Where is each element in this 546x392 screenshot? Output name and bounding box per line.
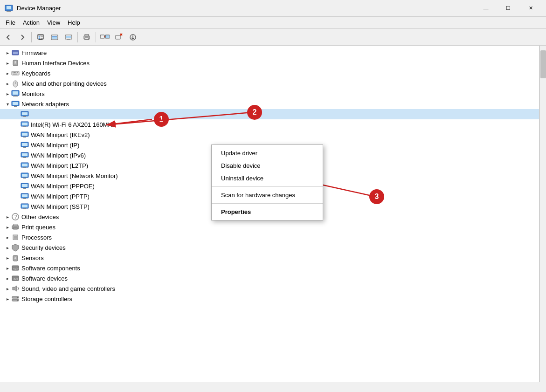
expander-security[interactable]: ▸	[4, 244, 11, 251]
icon-other: ?	[11, 213, 20, 221]
expander-wan-ikev2[interactable]	[13, 131, 21, 138]
svg-point-96	[17, 297, 18, 298]
icon-keyboards	[11, 69, 20, 77]
expander-processors[interactable]: ▸	[4, 234, 11, 241]
expander-software-devices[interactable]: ▸	[4, 275, 11, 282]
tree-item-wan-ikev2[interactable]: WAN Miniport (IKEv2)	[0, 130, 539, 140]
expander-keyboards[interactable]: ▸	[4, 69, 11, 77]
svg-rect-60	[22, 143, 28, 146]
expander-wan-l2tp[interactable]	[13, 162, 21, 169]
download-toolbar-button[interactable]	[126, 31, 139, 44]
expander-network-blank[interactable]	[13, 110, 21, 118]
icon-sound	[11, 284, 20, 293]
title-bar: Device Manager — ☐ ✕	[0, 0, 546, 17]
tree-item-wifi[interactable]: Intel(R) Wi-Fi 6 AX201 160MHz	[0, 119, 539, 130]
expander-software-components[interactable]: ▸	[4, 264, 11, 272]
expander-wan-pppoe[interactable]	[13, 182, 21, 190]
svg-rect-13	[52, 36, 57, 37]
ctx-item-scan-hardware[interactable]: Scan for hardware changes	[212, 189, 323, 201]
label-software-devices: Software devices	[21, 275, 68, 282]
ctx-sep-2	[212, 186, 323, 187]
tree-item-network-blank[interactable]	[0, 109, 539, 119]
icon-security	[11, 243, 20, 252]
minimize-button[interactable]: —	[475, 1, 497, 15]
expander-wan-sstp[interactable]	[13, 203, 21, 210]
tree-item-monitors[interactable]: ▸Monitors	[0, 89, 539, 99]
svg-rect-76	[23, 198, 26, 199]
scrollbar[interactable]	[539, 46, 546, 382]
expander-storage[interactable]: ▸	[4, 295, 11, 303]
menu-action[interactable]: Action	[19, 18, 43, 27]
expander-sound[interactable]: ▸	[4, 285, 11, 292]
expander-wan-pptp[interactable]	[13, 193, 21, 200]
tree-item-firmware[interactable]: ▸Firmware	[0, 48, 539, 58]
svg-rect-54	[22, 123, 28, 125]
tree-item-processors[interactable]: ▸Processors	[0, 232, 539, 242]
label-wan-l2tp: WAN Miniport (L2TP)	[31, 162, 88, 169]
svg-rect-37	[14, 72, 15, 73]
toolbar-sep-3	[96, 32, 96, 42]
back-button[interactable]	[2, 31, 15, 44]
tree-item-sound[interactable]: ▸Sound, video and game controllers	[0, 283, 539, 294]
close-button[interactable]: ✕	[520, 1, 541, 15]
ctx-item-properties[interactable]: Properties	[212, 206, 323, 218]
expander-print[interactable]: ▸	[4, 223, 11, 231]
expander-wifi[interactable]	[13, 121, 21, 128]
device-manager-toolbar-button[interactable]	[62, 31, 75, 44]
menu-file[interactable]: File	[2, 18, 19, 27]
scrollbar-thumb[interactable]	[540, 50, 546, 78]
label-wan-pppoe: WAN Miniport (PPPOE)	[31, 183, 95, 190]
tree-item-storage[interactable]: ▸Storage controllers	[0, 294, 539, 304]
ctx-item-uninstall-device[interactable]: Uninstall device	[212, 172, 323, 185]
label-storage: Storage controllers	[21, 296, 72, 303]
expander-monitors[interactable]: ▸	[4, 90, 11, 97]
ctx-item-disable-device[interactable]: Disable device	[212, 159, 323, 172]
forward-button[interactable]	[16, 31, 29, 44]
svg-rect-57	[22, 133, 28, 136]
print-toolbar-button[interactable]	[80, 31, 93, 44]
maximize-button[interactable]: ☐	[498, 1, 519, 15]
label-hid: Human Interface Devices	[21, 60, 90, 67]
expander-firmware[interactable]: ▸	[4, 49, 11, 56]
ctx-item-update-driver[interactable]: Update driver	[212, 147, 323, 159]
tree-item-keyboards[interactable]: ▸Keyboards	[0, 68, 539, 78]
network-toolbar-button[interactable]	[98, 31, 111, 44]
expander-mice[interactable]: ▸	[4, 80, 11, 87]
expander-wan-netmon[interactable]	[13, 172, 21, 179]
expander-network[interactable]: ▾	[4, 100, 11, 108]
svg-rect-34	[14, 63, 16, 64]
update-driver-toolbar-button[interactable]	[48, 31, 61, 44]
tree-item-sensors[interactable]: ▸Sensors	[0, 253, 539, 263]
menu-view[interactable]: View	[43, 18, 64, 27]
tree-item-security[interactable]: ▸Security devices	[0, 242, 539, 253]
toolbar-sep-2	[77, 32, 78, 42]
svg-rect-49	[14, 106, 17, 107]
svg-rect-20	[100, 35, 104, 38]
status-bar	[0, 382, 546, 392]
label-wan-pptp: WAN Miniport (PPTP)	[31, 193, 90, 200]
label-wan-netmon: WAN Miniport (Network Monitor)	[31, 172, 118, 179]
expander-hid[interactable]: ▸	[4, 59, 11, 67]
tree-item-network[interactable]: ▾Network adapters	[0, 99, 539, 109]
svg-rect-15	[66, 36, 71, 38]
tree-item-print[interactable]: ▸Print queues	[0, 222, 539, 232]
svg-rect-46	[13, 96, 18, 96]
icon-network	[11, 100, 20, 108]
label-security: Security devices	[21, 244, 66, 251]
svg-rect-70	[23, 178, 26, 179]
add-device-toolbar-button[interactable]	[112, 31, 125, 44]
tree-item-hid[interactable]: ▸Human Interface Devices	[0, 58, 539, 68]
expander-wan-ip[interactable]	[13, 141, 21, 149]
expander-wan-ipv6[interactable]	[13, 151, 21, 159]
app-icon	[5, 4, 13, 13]
expander-other[interactable]: ▸	[4, 213, 11, 220]
tree-item-mice[interactable]: ▸Mice and other pointing devices	[0, 78, 539, 89]
tree-item-software-components[interactable]: ▸</>Software components	[0, 263, 539, 273]
properties-toolbar-button[interactable]	[34, 31, 47, 44]
tree-item-software-devices[interactable]: ▸</>Software devices	[0, 273, 539, 283]
svg-point-33	[14, 61, 16, 63]
menu-help[interactable]: Help	[64, 18, 84, 27]
svg-text:</>: </>	[13, 267, 19, 271]
label-software-components: Software components	[21, 265, 80, 272]
expander-sensors[interactable]: ▸	[4, 254, 11, 261]
